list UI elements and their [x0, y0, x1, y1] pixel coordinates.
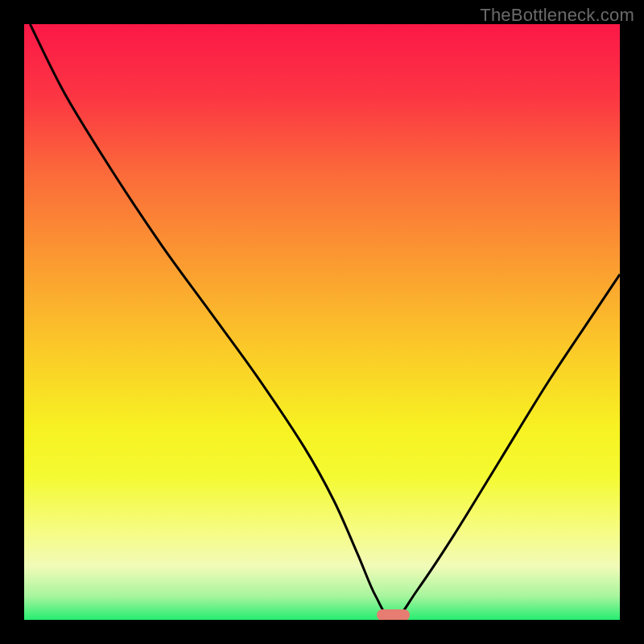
plot-area — [24, 24, 620, 620]
bottleneck-curve-path — [30, 24, 620, 620]
credit-label: TheBottleneck.com — [480, 5, 634, 26]
bottleneck-curve — [24, 24, 620, 620]
optimum-marker — [377, 609, 410, 620]
chart-frame: TheBottleneck.com — [0, 0, 644, 644]
